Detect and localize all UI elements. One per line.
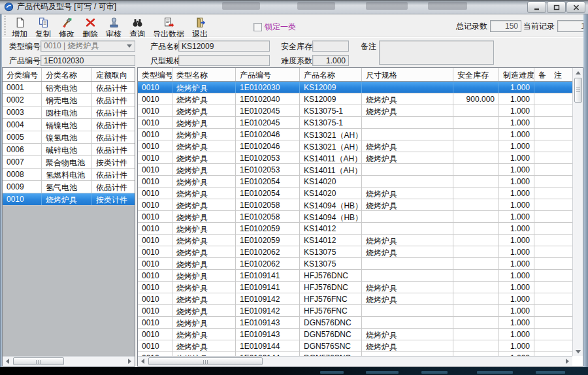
background-window-artifact	[421, 371, 448, 374]
product-cell-size-spec: 烧烤炉具	[362, 188, 453, 199]
product-cell-product-name: HFJ576FNC	[300, 305, 362, 316]
scroll-left-icon[interactable]	[3, 357, 12, 366]
product-row[interactable]: 0010 烧烤炉具 1E0109144 DGN576SNC 烧烤炉具 1.000	[138, 340, 572, 352]
product-row[interactable]: 0010 烧烤炉具 1E0102058 KS14094（HB） 1.000	[138, 211, 572, 223]
lock-category-checkbox[interactable]	[253, 23, 262, 31]
category-row[interactable]: 0006 碱锌电池 依品计件	[3, 144, 135, 156]
product-row[interactable]: 0010 烧烤炉具 1E0102054 KS14020 1.000	[138, 176, 572, 188]
tools-icon	[61, 17, 73, 28]
product-no-field[interactable]: 1E0102030	[41, 55, 135, 66]
product-cell-size-spec: 烧烤炉具	[362, 340, 453, 351]
category-cell-no: 0009	[3, 181, 42, 193]
close-button[interactable]	[566, 1, 585, 13]
product-row[interactable]: 0010 烧烤炉具 1E0102059 KS14012 烧烤炉具 1.000	[138, 235, 572, 246]
restore-button[interactable]	[547, 1, 566, 13]
product-cell-product-no: 1E0102053	[236, 164, 300, 175]
category-grid-empty-area	[3, 206, 135, 356]
product-row[interactable]: 0010 烧烤炉具 1E0109141 HFJ576DNC 烧烤炉具 1.000	[138, 282, 572, 293]
exit-door-icon	[195, 17, 206, 28]
product-name-field[interactable]: KS12009	[178, 41, 270, 52]
product-row[interactable]: 0010 烧烤炉具 1E0102045 KS13075-1 1.000	[138, 117, 572, 129]
product-cell-product-name: KS13075-1	[300, 117, 362, 128]
product-cell-product-no: 1E0102058	[236, 211, 300, 222]
product-cell-remark	[534, 235, 569, 246]
category-row[interactable]: 0005 镍氢电池 依品计件	[3, 131, 135, 144]
category-row[interactable]: 0010 烧烤炉具 按类计件	[3, 193, 135, 206]
product-cell-safety-stock	[453, 117, 499, 128]
product-row[interactable]: 0010 烧烤炉具 1E0102040 KS12009 烧烤炉具 900.000…	[138, 93, 572, 105]
product-cell-size-spec: 烧烤炉具	[362, 282, 453, 293]
scroll-right-icon[interactable]	[563, 357, 572, 366]
product-cell-size-spec	[362, 117, 453, 128]
product-row[interactable]: 0010 烧烤炉具 1E0102045 KS13075-1 烧烤炉具 1.000	[138, 105, 572, 117]
difficulty-field[interactable]: 1.000	[312, 55, 349, 66]
product-header-difficulty: 制造难度	[499, 68, 534, 81]
product-hscrollbar[interactable]	[138, 356, 572, 366]
minimize-button[interactable]	[527, 1, 546, 13]
product-cell-type-no: 0010	[138, 176, 172, 187]
product-cell-type-name: 烧烤炉具	[172, 129, 236, 140]
product-cell-difficulty: 1.000	[499, 105, 534, 116]
category-row[interactable]: 0003 圆柱电池 依品计件	[3, 106, 135, 119]
product-cell-product-no: 1E0102040	[236, 93, 300, 105]
product-row[interactable]: 0010 烧烤炉具 1E0102062 KS13075 1.000	[138, 258, 572, 270]
scroll-up-icon[interactable]	[573, 68, 583, 77]
product-row[interactable]: 0010 烧烤炉具 1E0102058 KS14094（HB） 烧烤炉具 1.0…	[138, 199, 572, 211]
product-vscroll-thumb[interactable]	[574, 78, 582, 103]
category-hscroll-thumb[interactable]	[13, 357, 64, 365]
product-row[interactable]: 0010 烧烤炉具 1E0102053 KS14011（AH） 烧烤炉具 1.0…	[138, 152, 572, 164]
category-hscrollbar[interactable]	[3, 356, 135, 366]
product-row[interactable]: 0010 烧烤炉具 1E0109143 DGN576DNC 烧烤炉具 1.000	[138, 329, 572, 340]
product-row[interactable]: 0010 烧烤炉具 1E0102054 KS14020 烧烤炉具 1.000	[138, 188, 572, 199]
product-row[interactable]: 0010 烧烤炉具 1E0109142 HFJ576FNC 1.000	[138, 305, 572, 317]
product-row[interactable]: 0010 烧烤炉具 1E0102059 KS14012 1.000	[138, 223, 572, 235]
toolbar-gripper[interactable]	[3, 16, 7, 35]
product-cell-size-spec: 烧烤炉具	[362, 93, 453, 105]
product-cell-difficulty: 1.000	[499, 199, 534, 210]
category-cell-name: 圆柱电池	[42, 106, 92, 118]
product-row[interactable]: 0010 烧烤炉具 1E0109142 HFJ576FNC 烧烤炉具 1.000	[138, 293, 572, 305]
product-row[interactable]: 0010 烧烤炉具 1E0109141 HFJ576DNC 1.000	[138, 270, 572, 282]
window-title: 产品代码及型号 [可写 / 可审]	[17, 1, 116, 12]
category-row[interactable]: 0008 氢燃料电池 依品计件	[3, 169, 135, 181]
scroll-right-icon[interactable]	[125, 357, 135, 366]
product-row[interactable]: 0010 烧烤炉具 1E0102046 KS13021（AH） 1.000	[138, 129, 572, 140]
product-row[interactable]: 0010 烧烤炉具 1E0102053 KS14011（AH） 1.000	[138, 164, 572, 176]
product-cell-product-no: 1E0109143	[236, 317, 300, 328]
category-cell-name: 烧烤炉具	[42, 193, 92, 205]
product-cell-remark	[534, 211, 569, 222]
type-no-combo[interactable]: 0010 | 烧烤炉具	[41, 41, 135, 52]
category-row[interactable]: 0002 钢壳电池 依品计件	[3, 94, 135, 106]
product-row[interactable]: 0010 烧烤炉具 1E0102046 KS13021（AH） 烧烤炉具 1.0…	[138, 140, 572, 152]
product-row[interactable]: 0010 烧烤炉具 1E0102030 KS12009 1.000	[138, 82, 572, 93]
product-cell-size-spec	[362, 82, 453, 93]
product-cell-type-no: 0010	[138, 258, 172, 269]
safety-stock-field[interactable]	[312, 41, 349, 52]
product-row[interactable]: 0010 烧烤炉具 1E0102062 KS13075 烧烤炉具 1.000	[138, 246, 572, 258]
scroll-left-icon[interactable]	[138, 357, 148, 366]
product-cell-type-name: 烧烤炉具	[172, 293, 236, 304]
product-cell-safety-stock	[453, 282, 499, 293]
category-row[interactable]: 0007 聚合物电池 按类计件	[3, 156, 135, 169]
product-cell-product-name: KS14012	[300, 235, 362, 246]
product-cell-difficulty: 1.000	[499, 140, 534, 152]
category-header-no: 分类编号	[3, 68, 42, 81]
size-spec-field[interactable]	[178, 55, 270, 66]
product-cell-product-name: KS13021（AH）	[300, 129, 362, 140]
category-row[interactable]: 0001 铝壳电池 依品计件	[3, 82, 135, 94]
product-header-type-no: 类型编号	[138, 68, 172, 81]
category-row[interactable]: 0009 氢气电池 依品计件	[3, 181, 135, 193]
product-cell-product-no: 1E0102059	[236, 235, 300, 246]
remark-label: 备注	[361, 41, 376, 52]
product-cell-product-no: 1E0109142	[236, 305, 300, 316]
category-cell-name: 镉镍电池	[42, 119, 92, 131]
category-row[interactable]: 0004 镉镍电池 依品计件	[3, 119, 135, 131]
remark-field[interactable]	[379, 41, 494, 65]
scroll-down-icon[interactable]	[573, 347, 583, 356]
product-cell-type-name: 烧烤炉具	[172, 82, 236, 93]
product-vscrollbar[interactable]	[572, 68, 583, 356]
category-cell-no: 0004	[3, 119, 42, 131]
product-hscroll-thumb[interactable]	[148, 357, 263, 365]
product-header-product-no: 产品编号	[236, 68, 300, 81]
product-row[interactable]: 0010 烧烤炉具 1E0109143 DGN576DNC 1.000	[138, 317, 572, 329]
